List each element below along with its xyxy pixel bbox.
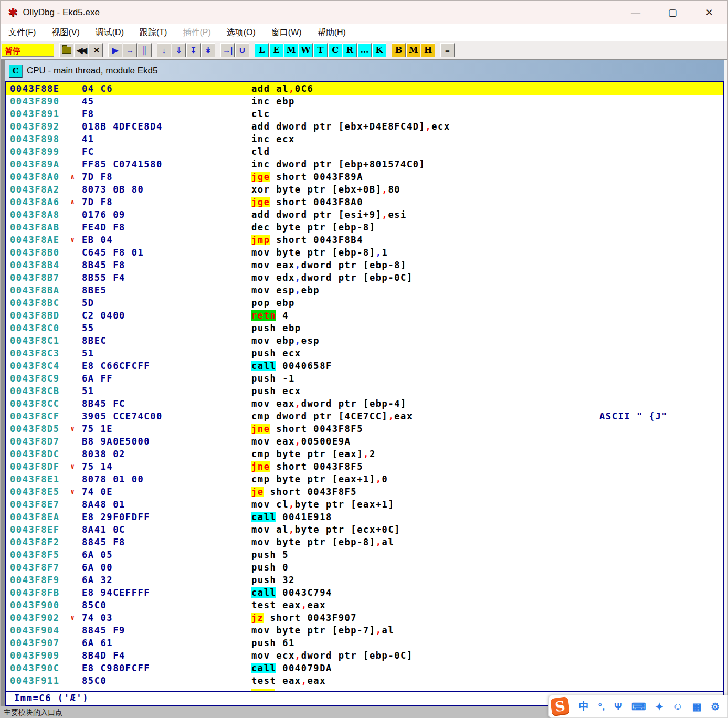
threads-button[interactable]: T <box>313 43 328 57</box>
disasm-row[interactable]: 0043F8CC 8B45 FC mov eax,dword ptr [ebp-… <box>6 397 723 410</box>
windows-button[interactable]: W <box>299 43 313 57</box>
run-trace-button[interactable]: … <box>357 43 372 57</box>
hardware-breakpoints-button[interactable]: H <box>421 43 435 57</box>
resume-button[interactable]: → <box>123 43 137 57</box>
disasm-row[interactable]: 0043F8F2 8845 F8 mov byte ptr [ebp-8],al <box>6 536 723 548</box>
disasm-row[interactable]: 0043F899 FC cld <box>6 145 723 158</box>
jump-direction-icon <box>66 208 80 221</box>
call-stack-button[interactable]: K <box>372 43 386 57</box>
close-process-button[interactable]: ✕ <box>89 43 103 57</box>
menu-item[interactable]: 窗口(W) <box>263 24 310 41</box>
disasm-row[interactable]: 0043F8BA 8BE5 mov esp,ebp <box>6 284 723 297</box>
disasm-row[interactable]: 0043F892 018B 4DFCE8D4 add dword ptr [eb… <box>6 120 723 133</box>
disasm-row[interactable]: 0043F89A FF85 C0741580 inc dword ptr [eb… <box>6 158 723 171</box>
step-over-button[interactable]: ⇓ <box>172 43 186 57</box>
disasm-row[interactable]: 0043F8B0 C645 F8 01 mov byte ptr [ebp-8]… <box>6 246 723 259</box>
voice-input-icon[interactable]: Ψ <box>614 701 622 712</box>
disasm-row[interactable]: 0043F909 8B4D F4 mov ecx,dword ptr [ebp-… <box>6 649 723 662</box>
breakpoints-button[interactable]: B <box>392 43 406 57</box>
settings-icon[interactable]: ⚙ <box>711 701 720 713</box>
cpu-window-titlebar[interactable]: C CPU - main thread, module Ekd5 <box>5 60 724 81</box>
disasm-row[interactable]: 0043F8E5 ∨ 74 0E je short 0043F8F5 <box>6 485 723 498</box>
disasm-row[interactable]: 0043F8A0 ∧ 7D F8 jge short 0043F89A <box>6 171 723 183</box>
disasm-row[interactable]: 0043F8A2 8073 0B 80 xor byte ptr [ebx+0B… <box>6 183 723 196</box>
disasm-row[interactable]: 0043F8F9 6A 32 push 32 <box>6 574 723 586</box>
disasm-row[interactable]: 0043F891 F8 clc <box>6 108 723 120</box>
disasm-row[interactable]: 0043F898 41 inc ecx <box>6 133 723 145</box>
disasm-row[interactable]: 0043F890 45 inc ebp <box>6 95 723 108</box>
menu-item[interactable]: 文件(F) <box>1 24 44 41</box>
disasm-row[interactable]: 0043F8D7 B8 9A0E5000 mov eax,00500E9A <box>6 435 723 448</box>
disasm-row[interactable]: 0043F8FB E8 94CEFFFF call 0043C794 <box>6 586 723 599</box>
disasm-row[interactable]: 0043F90C E8 C980FCFF call 004079DA <box>6 662 723 674</box>
execute-till-return-button[interactable]: →| <box>220 43 235 57</box>
disasm-row[interactable]: 0043F8C0 55 push ebp <box>6 322 723 334</box>
disasm-row[interactable]: 0043F8C4 E8 C66CFCFF call 0040658F <box>6 360 723 372</box>
disasm-row[interactable]: 0043F88E 04 C6 add al,0C6 <box>6 82 723 95</box>
vertical-scrollbar[interactable] <box>723 60 727 706</box>
disasm-row[interactable]: 0043F902 ∨ 74 03 jz short 0043F907 <box>6 611 723 624</box>
step-into-button[interactable]: ↓ <box>157 43 171 57</box>
log-window-button[interactable]: L <box>255 43 269 57</box>
disasm-row[interactable]: 0043F8E7 8A48 01 mov cl,byte ptr [eax+1] <box>6 498 723 511</box>
menu-item[interactable]: 跟踪(T) <box>132 24 175 41</box>
menu-item[interactable]: 选项(O) <box>219 24 263 41</box>
disasm-row[interactable]: 0043F8DF ∨ 75 14 jne short 0043F8F5 <box>6 460 723 473</box>
close-button[interactable]: ✕ <box>691 1 727 24</box>
disasm-row[interactable]: 0043F900 85C0 test eax,eax <box>6 599 723 611</box>
bytes-cell: FC <box>80 145 247 158</box>
disasm-row[interactable]: 0043F8BC 5D pop ebp <box>6 297 723 309</box>
address-cell: 0043F8BD <box>6 309 66 322</box>
disasm-row[interactable]: 0043F8A8 0176 09 add dword ptr [esi+9],e… <box>6 208 723 221</box>
disasm-row[interactable]: 0043F8C1 8BEC mov ebp,esp <box>6 334 723 347</box>
run-button[interactable]: ▶ <box>108 43 122 57</box>
instruction-cell: mov byte ptr [ebp-8],al <box>247 536 595 548</box>
menu-item[interactable]: 帮助(H) <box>310 24 354 41</box>
chinese-english-icon[interactable]: 中 <box>579 700 589 713</box>
windows-list-button[interactable]: ≡ <box>440 43 455 57</box>
comment-cell <box>595 548 723 561</box>
disasm-row[interactable]: 0043F8B7 8B55 F4 mov edx,dword ptr [ebp-… <box>6 271 723 284</box>
memory-map-button[interactable]: M <box>284 43 298 57</box>
skin-icon[interactable]: ✦ <box>655 701 663 713</box>
trace-into-button[interactable]: ↧ <box>186 43 201 57</box>
disasm-row[interactable]: 0043F8F7 6A 00 push 0 <box>6 561 723 574</box>
u-button[interactable]: U <box>235 43 249 57</box>
sogou-logo-icon[interactable]: S <box>550 696 570 716</box>
pause-button[interactable]: ║ <box>138 43 152 57</box>
disasm-row[interactable]: 0043F8C9 6A FF push -1 <box>6 372 723 385</box>
disasm-row[interactable]: 0043F8C3 51 push ecx <box>6 347 723 360</box>
menu-item[interactable]: 视图(V) <box>44 24 87 41</box>
minimize-button[interactable]: — <box>617 1 654 24</box>
disasm-row[interactable]: 0043F8D5 ∨ 75 1E jne short 0043F8F5 <box>6 423 723 435</box>
disasm-row[interactable]: 0043F8AE ∨ EB 04 jmp short 0043F8B4 <box>6 234 723 246</box>
disasm-row[interactable]: 0043F8E1 8078 01 00 cmp byte ptr [eax+1]… <box>6 473 723 485</box>
emoji-icon[interactable]: ☺ <box>672 701 682 712</box>
disasm-row[interactable]: 0043F904 8845 F9 mov byte ptr [ebp-7],al <box>6 624 723 637</box>
restart-button[interactable]: ◀◀ <box>74 43 88 57</box>
open-file-button[interactable] <box>59 43 73 57</box>
disasm-row[interactable]: 0043F8F5 6A 05 push 5 <box>6 548 723 561</box>
memory-breakpoints-button[interactable]: M <box>406 43 420 57</box>
disasm-row[interactable]: 0043F911 85C0 test eax,eax <box>6 674 723 687</box>
punctuation-icon[interactable]: °, <box>598 701 605 712</box>
trace-over-button[interactable]: ↡ <box>201 43 215 57</box>
disasm-row[interactable]: 0043F8EA E8 29F0FDFF call 0041E918 <box>6 511 723 523</box>
disasm-row[interactable]: 0043F8EF 8A41 0C mov al,byte ptr [ecx+0C… <box>6 523 723 536</box>
disasm-row[interactable]: 0043F8CB 51 push ecx <box>6 385 723 397</box>
disassembly-pane[interactable]: 0043F88E 04 C6 add al,0C6 0043F890 45 in… <box>6 82 723 691</box>
toolbox-icon[interactable]: ▦ <box>692 701 701 713</box>
executables-button[interactable]: E <box>269 43 283 57</box>
references-button[interactable]: R <box>343 43 357 57</box>
cpu-window-button[interactable]: C <box>328 43 342 57</box>
soft-keyboard-icon[interactable]: ⌨ <box>631 701 646 713</box>
menu-item[interactable]: 调试(D) <box>88 24 132 41</box>
disasm-row[interactable]: 0043F907 6A 61 push 61 <box>6 637 723 649</box>
disasm-row[interactable]: 0043F8BD C2 0400 retn 4 <box>6 309 723 322</box>
disasm-row[interactable]: 0043F8DC 8038 02 cmp byte ptr [eax],2 <box>6 448 723 460</box>
disasm-row[interactable]: 0043F8B4 8B45 F8 mov eax,dword ptr [ebp-… <box>6 259 723 271</box>
disasm-row[interactable]: 0043F8A6 ∧ 7D F8 jge short 0043F8A0 <box>6 196 723 208</box>
disasm-row[interactable]: 0043F8AB FE4D F8 dec byte ptr [ebp-8] <box>6 221 723 234</box>
disasm-row[interactable]: 0043F8CF 3905 CCE74C00 cmp dword ptr [4C… <box>6 410 723 423</box>
maximize-button[interactable]: ▢ <box>654 1 691 24</box>
